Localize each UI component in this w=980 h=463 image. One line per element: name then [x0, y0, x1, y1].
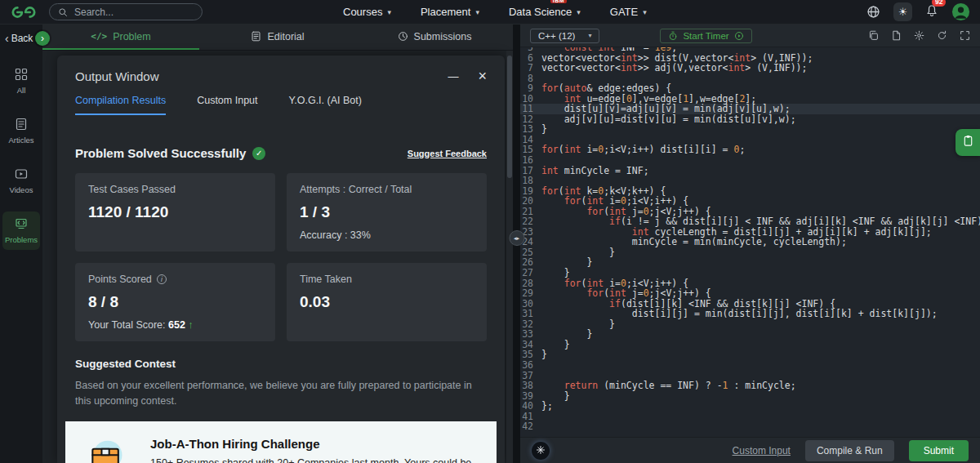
sidebar-item-label: Articles — [8, 136, 33, 145]
expand-panel-button[interactable]: › — [35, 31, 50, 46]
ai-assistant-button[interactable] — [532, 442, 550, 460]
translate-icon[interactable] — [866, 5, 880, 19]
avatar[interactable] — [951, 2, 970, 21]
editor-footer: Custom Input Compile & Run Submit — [520, 437, 980, 463]
submit-button[interactable]: Submit — [909, 440, 969, 461]
code-line[interactable]: 15for(int i=0;i<V;i++) dist[i][i] = 0; — [520, 145, 980, 155]
problem-tabbar: </>ProblemEditorialSubmissions — [42, 24, 513, 51]
line-number: 40 — [520, 401, 541, 412]
sun-icon: ☀ — [898, 6, 908, 18]
sidebar-item-label: Problems — [5, 235, 38, 244]
line-number: 31 — [520, 309, 541, 319]
nav-item-badge: IBM — [550, 0, 567, 3]
code-line[interactable]: 18 — [520, 176, 980, 186]
code-line[interactable]: 11 dist[u][v]=adj[u][v] = min(adj[v][u],… — [520, 104, 980, 114]
card-subtext: Accuracy : 33% — [300, 229, 474, 241]
output-body: Problem Solved Successfully ✓ Suggest Fe… — [57, 115, 505, 463]
scrollbar-thumb[interactable] — [507, 56, 512, 178]
nav-item-data-science[interactable]: Data ScienceIBM▾ — [509, 6, 581, 18]
search-box[interactable] — [49, 3, 203, 20]
code-icon: </> — [91, 31, 107, 42]
close-icon[interactable]: × — [478, 69, 487, 83]
settings-icon[interactable] — [914, 30, 924, 41]
line-number: 38 — [520, 381, 541, 391]
code-line[interactable]: 35} — [520, 349, 980, 360]
code-editor[interactable]: 5 const int INF = 1e9;6vector<vector<int… — [520, 47, 980, 437]
line-number: 29 — [520, 288, 541, 299]
code-line[interactable]: 22 if(i != j && dist[i][j] < INF && adj[… — [520, 216, 980, 227]
subtab-y-o-g-i-ai-bot[interactable]: Y.O.G.I. (AI Bot) — [289, 95, 362, 115]
code-line[interactable]: 7vector<vector<int>> adj(V,vector<int> (… — [520, 63, 980, 73]
caret-down-icon: ▾ — [588, 32, 591, 39]
subtab-custom-input[interactable]: Custom Input — [197, 95, 257, 115]
card-title: Time Taken — [300, 274, 474, 285]
up-arrow-icon: ↑ — [185, 319, 194, 331]
output-window-title: Output Window — [75, 69, 159, 83]
refresh-icon[interactable] — [937, 30, 947, 41]
file-icon[interactable] — [891, 30, 902, 41]
theme-toggle-button[interactable]: ☀ — [893, 2, 912, 21]
code-line[interactable]: 39 } — [520, 391, 980, 402]
code-line[interactable]: 16 — [520, 155, 980, 166]
copy-icon[interactable] — [868, 30, 879, 41]
tab-problem[interactable]: </>Problem — [42, 24, 199, 50]
compile-run-button[interactable]: Compile & Run — [805, 440, 894, 461]
code-line[interactable]: 12 adj[v][u]=dist[v][u] = min(dist[u][v]… — [520, 114, 980, 125]
language-select[interactable]: C++ (12) ▾ — [530, 29, 599, 43]
nav-item-placement[interactable]: Placement▾ — [421, 6, 479, 18]
line-number: 18 — [520, 176, 541, 186]
code-line[interactable]: 38 return (minCycle == INF) ? -1 : minCy… — [520, 381, 980, 391]
navbar-actions: ☀ 92 — [866, 2, 970, 21]
sidebar-item-all[interactable]: All — [2, 62, 40, 100]
code-line[interactable]: 13} — [520, 124, 980, 135]
code-text: return (minCycle == INF) ? -1 : minCycle… — [541, 381, 796, 391]
sidebar-item-videos[interactable]: Videos — [2, 162, 40, 200]
code-line[interactable]: 17int minCycle = INF; — [520, 166, 980, 176]
code-line[interactable]: 34 } — [520, 340, 980, 350]
code-line[interactable]: 41 — [520, 412, 980, 422]
custom-input-link[interactable]: Custom Input — [733, 445, 791, 456]
editorial-icon — [251, 31, 261, 42]
scrollbar[interactable] — [506, 51, 513, 463]
nav-item-label: GATE — [610, 6, 638, 18]
nav-item-gate[interactable]: GATE▾ — [610, 6, 647, 18]
code-line[interactable]: 42 — [520, 421, 980, 432]
card-title: Attempts : Correct / Total — [300, 184, 474, 195]
tab-editorial[interactable]: Editorial — [199, 24, 356, 50]
code-line[interactable]: 26 } — [520, 257, 980, 268]
stat-card-test-cases-passed: Test Cases Passed1120 / 1120 — [75, 173, 275, 252]
video-icon — [15, 167, 28, 182]
timer-icon — [668, 31, 678, 41]
fullscreen-icon[interactable] — [960, 30, 970, 41]
floating-clipboard-button[interactable] — [956, 129, 980, 156]
tab-submissions[interactable]: Submissions — [356, 24, 513, 50]
code-line[interactable]: 36 — [520, 360, 980, 371]
line-number: 7 — [520, 63, 541, 73]
card-value: 8 / 8 — [88, 293, 262, 311]
notifications-button[interactable]: 92 — [925, 4, 938, 20]
subtab-compilation-results[interactable]: Compilation Results — [75, 95, 166, 115]
card-value: 1120 / 1120 — [88, 203, 262, 221]
sidebar-item-problems[interactable]: Problems — [2, 211, 40, 250]
suggest-feedback-link[interactable]: Suggest Feedback — [408, 149, 487, 158]
start-timer-button[interactable]: Start Timer — [660, 29, 751, 43]
contest-banner[interactable]: Job-A-Thon Hiring Challenge 150+ Resumes… — [65, 421, 497, 463]
code-lines: 5 const int INF = 1e9;6vector<vector<int… — [520, 47, 980, 432]
caret-down-icon: ▾ — [577, 8, 581, 16]
panel-resize-handle[interactable]: ◂▸ — [509, 230, 524, 246]
caret-down-icon: ▾ — [387, 8, 391, 16]
search-input[interactable] — [74, 7, 201, 18]
code-line[interactable]: 9for(auto& edge:edges) { — [520, 83, 980, 94]
back-button[interactable]: ‹ Back › — [0, 24, 42, 52]
code-line[interactable]: 31 dist[i][j] = min(dist[i][j], dist[i][… — [520, 309, 980, 319]
nav-item-courses[interactable]: Courses▾ — [343, 6, 391, 18]
minimize-icon[interactable]: — — [448, 70, 458, 82]
code-line[interactable]: 33 } — [520, 329, 980, 340]
code-line[interactable]: 40}; — [520, 401, 980, 412]
info-icon[interactable]: i — [157, 274, 167, 284]
stat-card-time-taken: Time Taken0.03 — [287, 263, 487, 341]
gfg-logo[interactable] — [10, 5, 38, 20]
code-line[interactable]: 29 for(int j=0;j<V;j++) { — [520, 288, 980, 299]
line-number: 42 — [520, 421, 541, 432]
sidebar-item-articles[interactable]: Articles — [2, 112, 40, 150]
